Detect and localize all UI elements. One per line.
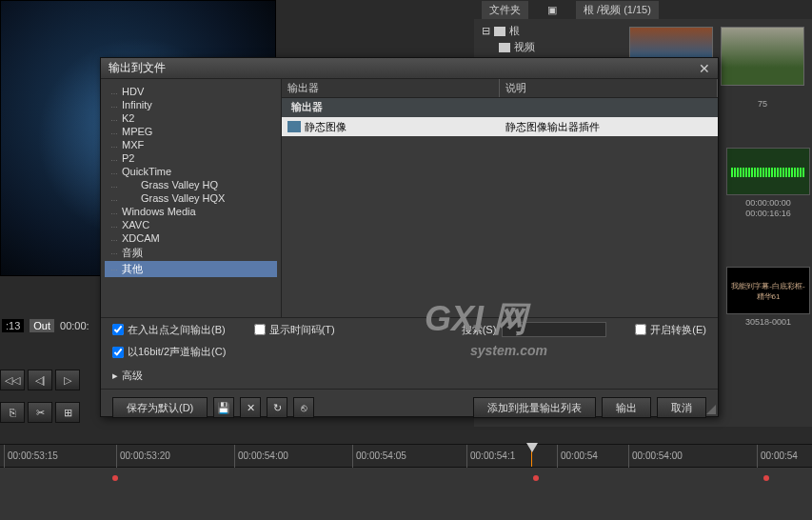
clip-marker[interactable] — [533, 475, 539, 481]
tool-icon-button[interactable]: ⊞ — [55, 402, 80, 423]
refresh-icon-button[interactable]: ↻ — [267, 397, 287, 418]
thumbnail-audio[interactable]: 00:00:00:0000:00:16:16 — [726, 148, 810, 195]
tree-hdv[interactable]: HDV — [105, 85, 277, 98]
playhead[interactable] — [531, 445, 532, 467]
folder-icon: ▣ — [547, 4, 557, 16]
dialog-titlebar[interactable]: 输出到文件 ✕ — [101, 58, 718, 79]
tree-gv-hq[interactable]: Grass Valley HQ — [105, 178, 277, 191]
tree-mxf[interactable]: MXF — [105, 138, 277, 151]
format-tree: HDV Infinity K2 MPEG MXF P2 QuickTime Gr… — [101, 79, 282, 317]
folder-icon — [499, 43, 510, 52]
timecode-display: :13 Out 00:00: — [0, 314, 105, 337]
ruler-tick: 00:00:54:05 — [352, 445, 406, 468]
timeline: 00:00:53:15 00:00:53:20 00:00:54:00 00:0… — [0, 444, 812, 520]
timeline-tracks[interactable] — [0, 468, 812, 520]
opt-convert[interactable]: 开启转换(E) — [635, 322, 706, 337]
duration-value: :13 — [2, 319, 24, 332]
search-box: 搜索(S) — [462, 322, 607, 337]
ruler-tick: 00:00:54 — [557, 445, 598, 468]
header-output[interactable]: 输出器 — [282, 79, 500, 97]
opt-16bit[interactable]: 以16bit/2声道输出(C) — [112, 345, 226, 359]
out-value: 00:00: — [60, 320, 89, 331]
folder-icon — [494, 27, 505, 36]
out-label: Out — [30, 319, 54, 332]
thumbnail-still[interactable]: 我能到字幕-白底彩框-精华61 30518-0001 — [726, 267, 810, 314]
thumb-timecode: 75 — [722, 89, 803, 110]
search-label: 搜索(S) — [462, 323, 497, 337]
folder-tab[interactable]: 文件夹 — [482, 1, 528, 19]
timeline-toolbar: ⎘ ✂ ⊞ — [0, 402, 80, 423]
tree-p2[interactable]: P2 — [105, 151, 277, 165]
tree-wm[interactable]: Windows Media — [105, 205, 277, 218]
tree-xavc[interactable]: XAVC — [105, 218, 277, 231]
cut-icon-button[interactable]: ✂ — [28, 402, 52, 423]
header-desc[interactable]: 说明 — [500, 79, 718, 97]
group-header: 输出器 — [282, 98, 718, 117]
rewind-button[interactable]: ◁◁ — [0, 370, 25, 390]
link-icon-button[interactable]: ⎋ — [293, 397, 314, 418]
resize-grip[interactable] — [706, 405, 716, 414]
dialog-title: 输出到文件 — [109, 60, 166, 76]
tree-k2[interactable]: K2 — [105, 111, 277, 125]
tree-xdcam[interactable]: XDCAM — [105, 231, 277, 245]
ruler-tick: 00:00:54:00 — [234, 445, 288, 468]
search-input[interactable] — [502, 322, 606, 337]
clip-marker[interactable] — [763, 475, 769, 481]
film-icon — [287, 121, 301, 132]
tree-gv-hqx[interactable]: Grass Valley HQX — [105, 191, 277, 205]
save-default-button[interactable]: 保存为默认(D) — [112, 397, 208, 418]
list-header: 输出器 说明 — [282, 79, 718, 98]
output-button[interactable]: 输出 — [602, 397, 651, 418]
advanced-toggle[interactable]: ▸ 高级 — [112, 367, 706, 385]
tree-mpeg[interactable]: MPEG — [105, 125, 277, 138]
delete-icon-button[interactable]: ✕ — [240, 397, 261, 418]
opt-timecode[interactable]: 显示时间码(T) — [254, 322, 335, 337]
ruler-tick: 00:00:53:15 — [4, 445, 58, 468]
tree-other[interactable]: 其他 — [105, 261, 277, 277]
tree-infinity[interactable]: Infinity — [105, 98, 277, 111]
close-icon[interactable]: ✕ — [699, 61, 710, 76]
thumbnail-2[interactable]: 75 — [721, 27, 804, 86]
save-icon-button[interactable]: 💾 — [213, 397, 234, 418]
ruler-tick: 00:00:54:1 — [466, 445, 515, 468]
step-back-button[interactable]: ◁| — [28, 370, 52, 390]
list-row-still[interactable]: 静态图像 静态图像输出器插件 — [282, 117, 718, 136]
cancel-button[interactable]: 取消 — [657, 397, 706, 418]
timeline-ruler[interactable]: 00:00:53:15 00:00:53:20 00:00:54:00 00:0… — [0, 445, 812, 468]
ruler-tick: 00:00:54:00 — [628, 445, 683, 468]
ruler-tick: 00:00:53:20 — [116, 445, 170, 468]
export-dialog: 输出到文件 ✕ HDV Infinity K2 MPEG MXF P2 Quic… — [100, 57, 719, 417]
ruler-tick: 00:00:54 — [757, 445, 798, 468]
transport-controls: ◁◁ ◁| ▷ — [0, 370, 80, 390]
add-batch-button[interactable]: 添加到批量输出列表 — [473, 397, 596, 418]
thumb-label: 30518-0001 — [727, 317, 809, 327]
opt-inout[interactable]: 在入出点之间输出(B) — [112, 322, 226, 337]
root-video-tab[interactable]: 根 /视频 (1/15) — [576, 1, 659, 19]
tree-quicktime[interactable]: QuickTime — [105, 165, 277, 178]
tree-audio[interactable]: 音频 — [105, 245, 277, 261]
thumb-timecode: 00:00:00:0000:00:16:16 — [727, 198, 809, 219]
export-icon-button[interactable]: ⎘ — [0, 402, 25, 423]
play-button[interactable]: ▷ — [55, 370, 80, 390]
clip-marker[interactable] — [112, 475, 118, 481]
